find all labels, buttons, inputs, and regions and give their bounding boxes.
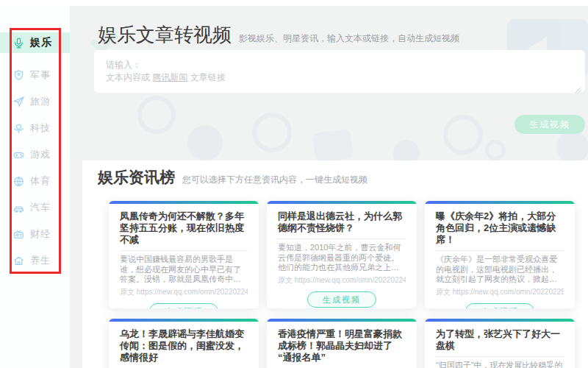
- sidebar-item-label: 军事: [30, 68, 51, 82]
- film-reel-pattern-shape: [556, 131, 588, 163]
- divider: [436, 356, 564, 357]
- tencent-news-link[interactable]: 腾讯新闻: [152, 72, 187, 82]
- input-placeholder-line1: 请输入：: [106, 59, 573, 71]
- sidebar-item-games[interactable]: 游戏: [0, 144, 70, 165]
- small-ring-pattern-shape: [485, 140, 506, 160]
- article-excerpt: “归国四子”中，现在发展比较稳妥的无疑是张艺兴，在音乐方面有自己的风格，有耳熟能…: [436, 361, 564, 368]
- sidebar-item-cars[interactable]: 汽车: [0, 197, 70, 218]
- car-icon: [12, 202, 25, 214]
- sidebar-item-travel[interactable]: 旅游: [0, 91, 70, 112]
- home-icon: [12, 255, 25, 267]
- music-circle-pattern-shape: [187, 125, 223, 160]
- article-text-input[interactable]: 请输入： 文本内容或 腾讯新闻 文章链接: [94, 50, 585, 93]
- article-title: 曝《庆余年2》将拍，大部分角色回归，2位主演或遗憾缺席！: [436, 210, 564, 246]
- smiley-pattern-shape: [252, 113, 292, 152]
- article-title: 乌龙！李晟辟谣与李佳航婚变传闻：图是假的，闺蜜没发，感情很好: [120, 328, 248, 364]
- placeholder-prefix: 文本内容或: [106, 72, 152, 82]
- sidebar-item-technology[interactable]: 科技: [0, 118, 70, 138]
- feed-subtitle: 您可以选择下方任意资讯内容，一键生成短视频: [182, 174, 368, 185]
- basketball-icon: [12, 175, 25, 188]
- sidebar-item-label: 财经: [30, 227, 51, 241]
- sidebar-item-label: 养生: [30, 254, 51, 267]
- article-excerpt: 要说中国赚钱最容易的男歌手是谁，想必现在网友的心中早已有了答案。没错，那就是凤凰…: [120, 255, 248, 285]
- page-header: 娱乐文章转视频影视娱乐、明星资讯，输入文本或链接，自动生成短视频: [98, 22, 459, 48]
- article-title: 为了转型，张艺兴下了好大一盘棋: [436, 328, 564, 352]
- feed-header: 娱乐资讯榜您可以选择下方任意资讯内容，一键生成短视频: [98, 167, 368, 188]
- satellite-icon: [12, 122, 25, 135]
- article-source-link[interactable]: 原文 https://new.qq.com/omn/20220225/20220…: [436, 287, 564, 297]
- sidebar-item-label: 旅游: [30, 95, 51, 108]
- page-title: 娱乐文章转视频: [98, 22, 232, 48]
- article-card: 香港疫情严重！明星富豪捐款成标榜！郭晶晶夫妇却进了“通报名单” 香港如今面临着疫…: [267, 319, 417, 368]
- film-reel-pattern-shape: [137, 96, 176, 134]
- sidebar-item-label: 汽车: [30, 201, 51, 214]
- app-window: 娱乐 军事 旅游 科技 游戏 体育 汽车 财经: [0, 0, 588, 368]
- divider: [120, 250, 248, 251]
- sidebar-item-label: 游戏: [30, 148, 51, 161]
- microphone-icon: [12, 37, 25, 49]
- clapperboard-pattern-shape: [312, 129, 354, 163]
- sidebar-item-sports[interactable]: 体育: [0, 171, 70, 191]
- sidebar-item-label: 娱乐: [30, 36, 52, 49]
- article-source-link[interactable]: 原文 https://new.qq.com/omn/20220224/20220…: [278, 275, 406, 286]
- article-title: 凤凰传奇为何还不解散？多年坚持五五分账，现在依旧热度不减: [120, 210, 248, 246]
- article-card: 为了转型，张艺兴下了好大一盘棋 “归国四子”中，现在发展比较稳妥的无疑是张艺兴，…: [425, 319, 575, 368]
- sidebar-item-health[interactable]: 养生: [0, 250, 70, 271]
- gamepad-icon: [12, 149, 25, 161]
- article-card: 乌龙！李晟辟谣与李佳航婚变传闻：图是假的，闺蜜没发，感情很好 2月28日下午，演…: [109, 319, 259, 368]
- shield-icon: [12, 69, 25, 82]
- card-generate-video-button[interactable]: 生成视频: [465, 303, 534, 309]
- layout-gap: [70, 160, 82, 368]
- article-title: 香港疫情严重！明星富豪捐款成标榜！郭晶晶夫妇却进了“通报名单”: [278, 328, 406, 364]
- sidebar-item-military[interactable]: 军事: [0, 65, 70, 85]
- feed-title: 娱乐资讯榜: [98, 167, 175, 188]
- input-placeholder-line2: 文本内容或 腾讯新闻 文章链接: [106, 71, 573, 84]
- laugh-face-pattern-shape: [443, 115, 483, 155]
- divider: [436, 250, 564, 251]
- tv-icon: [12, 228, 25, 241]
- divider: [278, 238, 406, 239]
- sidebar-item-label: 体育: [30, 174, 51, 188]
- article-card: 同样是退出德云社，为什么郭德纲不责怪烧饼？ 要知道，2010年之前，曹云金和何云…: [267, 201, 417, 308]
- card-generate-video-button[interactable]: 生成视频: [149, 303, 218, 309]
- generate-video-button[interactable]: 生成视频: [514, 115, 585, 134]
- article-source-link[interactable]: 原文 https://new.qq.com/omn/20220224/20220…: [120, 287, 248, 297]
- placeholder-suffix: 文章链接: [187, 72, 225, 82]
- article-card: 曝《庆余年2》将拍，大部分角色回归，2位主演或遗憾缺席！ 《庆余年》是一部非常受…: [425, 201, 575, 308]
- textarea-resize-handle[interactable]: [575, 83, 581, 90]
- sidebar-item-entertainment[interactable]: 娱乐: [0, 32, 70, 53]
- article-excerpt: 《庆余年》是一部非常受观众喜爱的电视剧，这部电视剧已经播出，就立刻引起了网友的热…: [436, 255, 564, 285]
- sidebar-item-label: 科技: [30, 121, 51, 135]
- article-title: 同样是退出德云社，为什么郭德纲不责怪烧饼？: [278, 210, 406, 234]
- page-subtitle: 影视娱乐、明星资讯，输入文本或链接，自动生成短视频: [239, 33, 459, 43]
- category-sidebar: 娱乐 军事 旅游 科技 游戏 体育 汽车 财经: [0, 6, 70, 368]
- card-generate-video-button[interactable]: 生成视频: [307, 291, 376, 308]
- article-excerpt: 要知道，2010年之前，曹云金和何云伟是郭德纲最器重的两个爱徒。他们的能力也在其…: [278, 243, 406, 273]
- article-card: 凤凰传奇为何还不解散？多年坚持五五分账，现在依旧热度不减 要说中国赚钱最容易的男…: [109, 201, 259, 308]
- paper-plane-icon: [12, 96, 25, 108]
- sidebar-item-finance[interactable]: 财经: [0, 224, 70, 244]
